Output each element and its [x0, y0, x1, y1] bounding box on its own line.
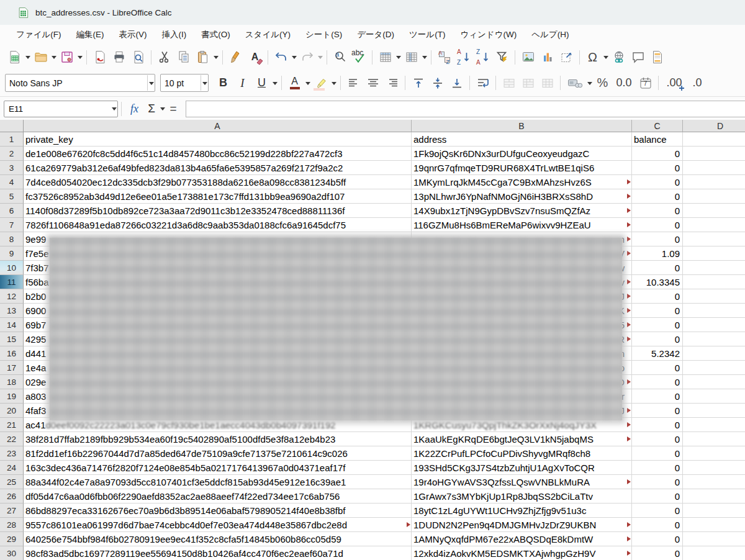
insert-column-button[interactable]: [402, 48, 421, 67]
select-all-corner[interactable]: [0, 120, 24, 132]
cell-D30[interactable]: [683, 546, 745, 560]
select-function-button[interactable]: Σ: [144, 99, 159, 119]
unmerge-cells-button[interactable]: [538, 73, 557, 93]
font-name-combo[interactable]: [5, 74, 155, 92]
column-header-A[interactable]: A: [24, 120, 412, 132]
cell-A24[interactable]: 163c3dec436a71476f2820f7124e08e854b5a021…: [24, 461, 412, 475]
insert-chart-button[interactable]: [538, 48, 557, 67]
cell-D20[interactable]: [683, 404, 745, 418]
cell-D12[interactable]: [683, 289, 745, 304]
align-center-button[interactable]: [363, 73, 382, 93]
row-header-26[interactable]: 26: [0, 489, 24, 504]
undo-dropdown-arrow[interactable]: [291, 48, 297, 67]
cell-A1[interactable]: private_key: [24, 132, 412, 147]
cell-C13[interactable]: 0: [632, 304, 683, 318]
sort-button[interactable]: A Z: [435, 48, 454, 67]
cell-D16[interactable]: [683, 346, 745, 361]
row-header-8[interactable]: 8: [0, 232, 24, 246]
cell-D1[interactable]: [683, 132, 745, 147]
cell-D28[interactable]: [683, 518, 745, 532]
row-header-19[interactable]: 19: [0, 389, 24, 404]
cell-A26[interactable]: df05d47c6aa0d6fbb06f2290aefd8352ac2ae88a…: [24, 489, 412, 504]
font-size-dropdown-arrow[interactable]: [201, 75, 208, 91]
row-header-14[interactable]: 14: [0, 318, 24, 332]
cell-reference-input[interactable]: [4, 104, 111, 114]
clear-formatting-button[interactable]: A: [245, 48, 264, 67]
cell-A30[interactable]: 98cf83ad5dbc16977289119ee55694150d8b1042…: [24, 546, 412, 560]
export-pdf-button[interactable]: [90, 48, 109, 67]
cell-D5[interactable]: [683, 189, 745, 204]
input-line[interactable]: [186, 101, 745, 117]
percent-format-button[interactable]: %: [593, 73, 612, 93]
cell-D15[interactable]: [683, 332, 745, 346]
delete-decimal-button[interactable]: .0: [687, 73, 708, 93]
row-header-2[interactable]: 2: [0, 147, 24, 161]
cell-D10[interactable]: [683, 261, 745, 275]
font-size-input[interactable]: [161, 78, 201, 88]
cell-B7[interactable]: 116GZMu8Hs6BmEReMaP6wixvv9HZEaU: [412, 218, 632, 232]
paste-button[interactable]: [193, 48, 212, 67]
row-header-16[interactable]: 16: [0, 346, 24, 361]
cell-B22[interactable]: 1KaaUkEgKRqDE6bgtJeQ3LV1kN5jabqMS: [412, 432, 632, 446]
name-box[interactable]: [4, 101, 118, 117]
currency-format-button[interactable]: [564, 73, 586, 93]
row-header-24[interactable]: 24: [0, 461, 24, 475]
cell-C23[interactable]: 0: [632, 446, 683, 461]
wrap-text-button[interactable]: [473, 73, 492, 93]
cell-B26[interactable]: 1GrAwx7s3MYbKjUp1Rp8JbqSS2bCiLaTtv: [412, 489, 632, 504]
row-header-13[interactable]: 13: [0, 304, 24, 318]
cell-C28[interactable]: 0: [632, 518, 683, 532]
cell-D29[interactable]: [683, 532, 745, 546]
row-header-27[interactable]: 27: [0, 504, 24, 518]
cell-C14[interactable]: 0: [632, 318, 683, 332]
menu-item-2[interactable]: 表示(V): [112, 26, 155, 43]
cell-B3[interactable]: 19qnrG7qfmqeTD9RUR68X4TrLwtBE1qiS6: [412, 161, 632, 175]
align-left-button[interactable]: [344, 73, 363, 93]
cell-D9[interactable]: [683, 246, 745, 261]
cell-A28[interactable]: 9557c86101ea061997d6d7bae74cebbc4d0ef7e0…: [24, 518, 412, 532]
row-header-12[interactable]: 12: [0, 289, 24, 304]
cell-B25[interactable]: 19r4oHGYwAVS3QzfssLQswVNBLkMuRA: [412, 475, 632, 489]
font-name-input[interactable]: [6, 78, 147, 88]
insert-row-button[interactable]: [376, 48, 395, 67]
cell-D26[interactable]: [683, 489, 745, 504]
cell-D27[interactable]: [683, 504, 745, 518]
row-header-21[interactable]: 21: [0, 418, 24, 432]
cell-C9[interactable]: 1.09: [632, 246, 683, 261]
spelling-button[interactable]: abc: [350, 48, 369, 67]
menu-item-5[interactable]: スタイル(Y): [238, 26, 298, 43]
menu-item-9[interactable]: ウィンドウ(W): [453, 26, 524, 43]
print-button[interactable]: [109, 48, 129, 67]
row-header-17[interactable]: 17: [0, 361, 24, 375]
cell-D24[interactable]: [683, 461, 745, 475]
bold-button[interactable]: B: [214, 73, 233, 93]
cell-D14[interactable]: [683, 318, 745, 332]
sort-descending-button[interactable]: Z A: [473, 48, 492, 67]
cell-C1[interactable]: balance: [632, 132, 683, 147]
open-dropdown-arrow[interactable]: [50, 48, 57, 67]
row-header-28[interactable]: 28: [0, 518, 24, 532]
font-color-button[interactable]: A: [285, 73, 304, 93]
headers-footers-button[interactable]: [648, 48, 667, 67]
cell-D23[interactable]: [683, 446, 745, 461]
cell-C20[interactable]: 0: [632, 404, 683, 418]
row-header-4[interactable]: 4: [0, 175, 24, 189]
open-button[interactable]: [31, 48, 50, 67]
row-header-22[interactable]: 22: [0, 432, 24, 446]
cell-B2[interactable]: 1Fk9ojQsKr6DNx3urDUfguCeoxyeudgazC: [412, 147, 632, 161]
cell-D3[interactable]: [683, 161, 745, 175]
cell-C5[interactable]: 0: [632, 189, 683, 204]
menu-item-8[interactable]: ツール(T): [402, 26, 453, 43]
save-dropdown-arrow[interactable]: [76, 48, 83, 67]
cell-C19[interactable]: 0: [632, 389, 683, 404]
redo-button[interactable]: [297, 48, 317, 67]
cell-C15[interactable]: 0: [632, 332, 683, 346]
column-dropdown-arrow[interactable]: [421, 48, 428, 67]
row-header-23[interactable]: 23: [0, 446, 24, 461]
new-button[interactable]: [5, 48, 24, 67]
highlight-color-button[interactable]: [311, 73, 330, 93]
cell-A29[interactable]: 640256e754bbf984f6b02780919ee9ec41f352c8…: [24, 532, 412, 546]
cell-C30[interactable]: 0: [632, 546, 683, 560]
cell-A7[interactable]: 7826f1106848a91eda87266c03221d3a6d8c9aab…: [24, 218, 412, 232]
row-dropdown-arrow[interactable]: [395, 48, 402, 67]
